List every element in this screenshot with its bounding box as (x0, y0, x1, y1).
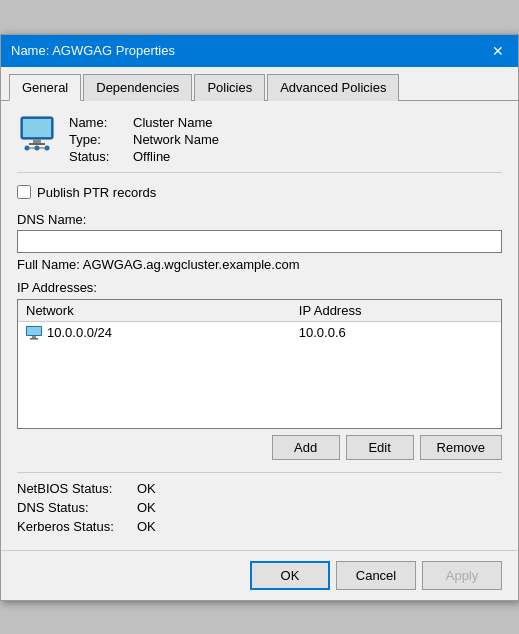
ip-table: Network IP Address 10.0.0.0/2410.0.0.6 (18, 300, 501, 344)
dns-name-input[interactable]: AGWGAG (17, 230, 502, 253)
edit-button[interactable]: Edit (346, 435, 414, 460)
dns-name-label: DNS Name: (17, 212, 502, 227)
col-ip-address: IP Address (291, 300, 501, 322)
ip-button-row: Add Edit Remove (17, 435, 502, 460)
svg-rect-12 (30, 338, 38, 340)
resource-icon (17, 113, 57, 153)
status-key: DNS Status: (17, 500, 137, 515)
remove-button[interactable]: Remove (420, 435, 502, 460)
svg-rect-1 (23, 119, 51, 137)
ip-addresses-section: IP Addresses: Network IP Address 10.0.0.… (17, 280, 502, 460)
publish-ptr-row: Publish PTR records (17, 185, 502, 200)
tab-policies[interactable]: Policies (194, 74, 265, 101)
name-value: Cluster Name (133, 115, 219, 130)
ip-section-label: IP Addresses: (17, 280, 502, 295)
ok-button[interactable]: OK (250, 561, 330, 590)
table-row[interactable]: 10.0.0.0/2410.0.0.6 (18, 321, 501, 343)
tab-bar: General Dependencies Policies Advanced P… (1, 67, 518, 101)
status-value: OK (137, 481, 502, 496)
name-label: Name: (69, 115, 129, 130)
status-value: Offline (133, 149, 219, 164)
full-name-text: Full Name: AGWGAG.ag.wgcluster.example.c… (17, 257, 502, 272)
properties-dialog: Name: AGWGAG Properties ✕ General Depend… (0, 34, 519, 601)
cell-ip: 10.0.0.6 (291, 321, 501, 343)
status-section: NetBIOS Status:OKDNS Status:OKKerberos S… (17, 472, 502, 538)
status-key: NetBIOS Status: (17, 481, 137, 496)
add-button[interactable]: Add (272, 435, 340, 460)
publish-ptr-label[interactable]: Publish PTR records (37, 185, 156, 200)
status-label: Status: (69, 149, 129, 164)
svg-rect-11 (32, 336, 36, 338)
svg-rect-3 (29, 143, 45, 145)
publish-ptr-checkbox[interactable] (17, 185, 31, 199)
cancel-button[interactable]: Cancel (336, 561, 416, 590)
svg-rect-2 (33, 139, 41, 143)
ip-table-wrapper: Network IP Address 10.0.0.0/2410.0.0.6 (17, 299, 502, 429)
dialog-title: Name: AGWGAG Properties (11, 43, 175, 58)
type-label: Type: (69, 132, 129, 147)
info-rows: Name: Cluster Name Type: Network Name St… (69, 113, 219, 164)
col-network: Network (18, 300, 291, 322)
status-value: OK (137, 519, 502, 534)
bottom-bar: OK Cancel Apply (1, 550, 518, 600)
tab-dependencies[interactable]: Dependencies (83, 74, 192, 101)
svg-rect-10 (27, 327, 41, 335)
close-button[interactable]: ✕ (488, 41, 508, 61)
status-value: OK (137, 500, 502, 515)
tab-content: Name: Cluster Name Type: Network Name St… (1, 101, 518, 550)
tab-general[interactable]: General (9, 74, 81, 101)
title-bar: Name: AGWGAG Properties ✕ (1, 35, 518, 67)
dns-name-section: DNS Name: AGWGAG (17, 212, 502, 257)
status-key: Kerberos Status: (17, 519, 137, 534)
tab-advanced-policies[interactable]: Advanced Policies (267, 74, 399, 101)
cell-network: 10.0.0.0/24 (18, 321, 291, 343)
type-value: Network Name (133, 132, 219, 147)
apply-button[interactable]: Apply (422, 561, 502, 590)
info-section: Name: Cluster Name Type: Network Name St… (17, 113, 502, 173)
